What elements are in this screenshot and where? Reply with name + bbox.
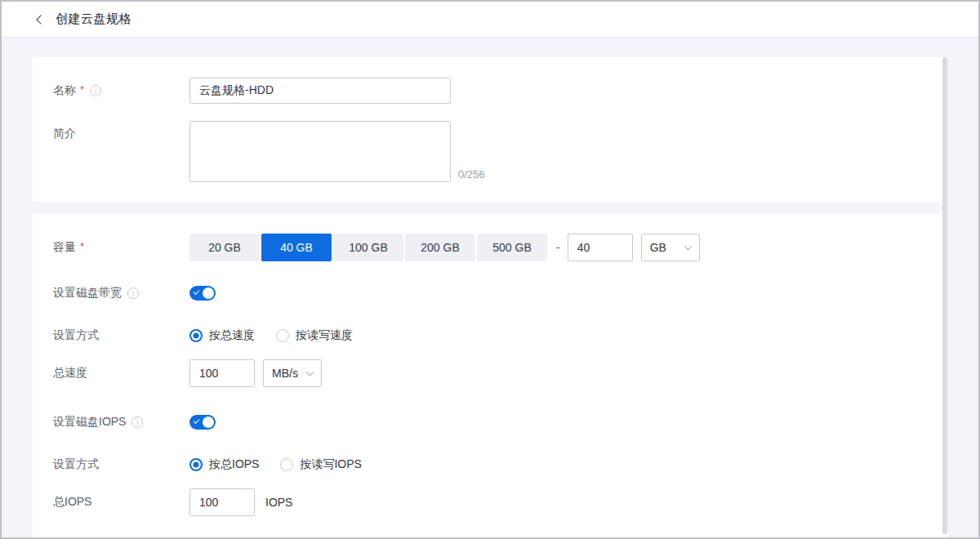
radio-circle bbox=[280, 458, 293, 471]
total-iops-input[interactable] bbox=[189, 488, 255, 516]
name-label: 名称 bbox=[53, 83, 76, 98]
chevron-down-icon bbox=[306, 368, 314, 376]
speed-mode-label: 设置方式 bbox=[53, 328, 99, 343]
description-textarea-wrap: 0/256 bbox=[189, 121, 485, 182]
chevron-left-icon bbox=[36, 15, 45, 24]
capacity-option-40gb[interactable]: 40 GB bbox=[261, 234, 332, 261]
radio-total-iops-label: 按总IOPS bbox=[209, 457, 259, 472]
toggle-knob bbox=[203, 287, 214, 299]
check-icon bbox=[194, 288, 200, 295]
content-area: 名称* i 简介 0/256 容量* 20 GB 40 GB 100 GB bbox=[2, 38, 978, 537]
capacity-unit-select[interactable]: GB bbox=[641, 234, 700, 261]
radio-readwrite-iops[interactable]: 按读写IOPS bbox=[280, 457, 361, 472]
description-field-label-group: 简介 bbox=[53, 121, 189, 141]
iops-unit-label: IOPS bbox=[265, 496, 292, 509]
bandwidth-label-group: 设置磁盘带宽 i bbox=[53, 286, 189, 301]
iops-toggle-label-group: 设置磁盘IOPS i bbox=[53, 415, 189, 430]
speed-unit-select[interactable]: MB/s bbox=[263, 359, 322, 387]
capacity-option-200gb[interactable]: 200 GB bbox=[405, 234, 475, 261]
iops-mode-label: 设置方式 bbox=[53, 457, 99, 472]
total-iops-row: 总IOPS IOPS bbox=[53, 488, 927, 516]
capacity-option-100gb[interactable]: 100 GB bbox=[333, 234, 403, 261]
radio-readwrite-speed[interactable]: 按读写速度 bbox=[276, 328, 353, 343]
total-iops-label-group: 总IOPS bbox=[53, 495, 189, 510]
capacity-option-20gb[interactable]: 20 GB bbox=[189, 234, 260, 261]
radio-total-iops[interactable]: 按总IOPS bbox=[189, 457, 259, 472]
info-icon[interactable]: i bbox=[131, 416, 143, 428]
page-header: 创建云盘规格 bbox=[2, 2, 978, 38]
capacity-config-card: 容量* 20 GB 40 GB 100 GB 200 GB 500 GB - G… bbox=[33, 214, 947, 537]
page-title: 创建云盘规格 bbox=[56, 11, 131, 27]
bandwidth-toggle[interactable] bbox=[189, 286, 216, 301]
radio-circle bbox=[276, 329, 289, 342]
capacity-row: 容量* 20 GB 40 GB 100 GB 200 GB 500 GB - G… bbox=[53, 234, 927, 261]
radio-circle bbox=[189, 329, 203, 342]
iops-mode-row: 设置方式 按总IOPS 按读写IOPS bbox=[53, 451, 927, 479]
total-speed-label-group: 总速度 bbox=[53, 366, 189, 381]
info-icon[interactable]: i bbox=[90, 85, 101, 96]
required-asterisk: * bbox=[80, 83, 84, 96]
iops-mode-label-group: 设置方式 bbox=[53, 457, 189, 472]
iops-mode-radio-group: 按总IOPS 按读写IOPS bbox=[189, 457, 362, 472]
capacity-unit-value: GB bbox=[650, 241, 666, 254]
info-icon[interactable]: i bbox=[127, 287, 139, 299]
iops-toggle[interactable] bbox=[189, 415, 216, 430]
capacity-label-group: 容量* bbox=[53, 240, 189, 255]
required-asterisk: * bbox=[80, 240, 84, 252]
speed-mode-label-group: 设置方式 bbox=[53, 328, 189, 343]
name-field-label-group: 名称* i bbox=[53, 83, 189, 98]
vertical-scrollbar-thumb[interactable] bbox=[942, 57, 947, 534]
back-button[interactable] bbox=[33, 13, 46, 26]
radio-total-speed-label: 按总速度 bbox=[209, 328, 255, 343]
capacity-option-group: 20 GB 40 GB 100 GB 200 GB 500 GB bbox=[189, 234, 547, 261]
capacity-option-500gb[interactable]: 500 GB bbox=[477, 234, 547, 261]
radio-total-speed[interactable]: 按总速度 bbox=[189, 328, 255, 343]
description-field-row: 简介 0/256 bbox=[53, 121, 927, 182]
name-input[interactable] bbox=[189, 78, 451, 104]
chevron-down-icon bbox=[684, 243, 692, 251]
description-textarea[interactable] bbox=[189, 121, 451, 182]
custom-capacity-input[interactable] bbox=[568, 234, 633, 261]
check-icon bbox=[194, 417, 200, 424]
bandwidth-toggle-row: 设置磁盘带宽 i bbox=[53, 279, 927, 307]
radio-readwrite-iops-label: 按读写IOPS bbox=[300, 457, 361, 472]
basic-info-card: 名称* i 简介 0/256 bbox=[33, 57, 947, 202]
iops-toggle-label: 设置磁盘IOPS bbox=[53, 415, 126, 430]
total-speed-row: 总速度 MB/s bbox=[53, 359, 927, 387]
speed-unit-value: MB/s bbox=[272, 367, 298, 380]
description-label: 简介 bbox=[53, 127, 76, 141]
speed-mode-radio-group: 按总速度 按读写速度 bbox=[189, 328, 353, 343]
radio-circle bbox=[189, 458, 203, 471]
range-separator: - bbox=[556, 241, 560, 254]
speed-mode-row: 设置方式 按总速度 按读写速度 bbox=[53, 322, 927, 350]
char-counter: 0/256 bbox=[458, 168, 485, 182]
capacity-label: 容量 bbox=[53, 240, 76, 255]
name-field-row: 名称* i bbox=[53, 78, 927, 104]
bandwidth-label: 设置磁盘带宽 bbox=[53, 286, 122, 301]
total-speed-input[interactable] bbox=[189, 359, 255, 387]
toggle-knob bbox=[203, 416, 214, 428]
iops-toggle-row: 设置磁盘IOPS i bbox=[53, 408, 927, 436]
total-iops-label: 总IOPS bbox=[53, 495, 91, 510]
total-speed-label: 总速度 bbox=[53, 366, 87, 381]
radio-readwrite-speed-label: 按读写速度 bbox=[296, 328, 353, 343]
